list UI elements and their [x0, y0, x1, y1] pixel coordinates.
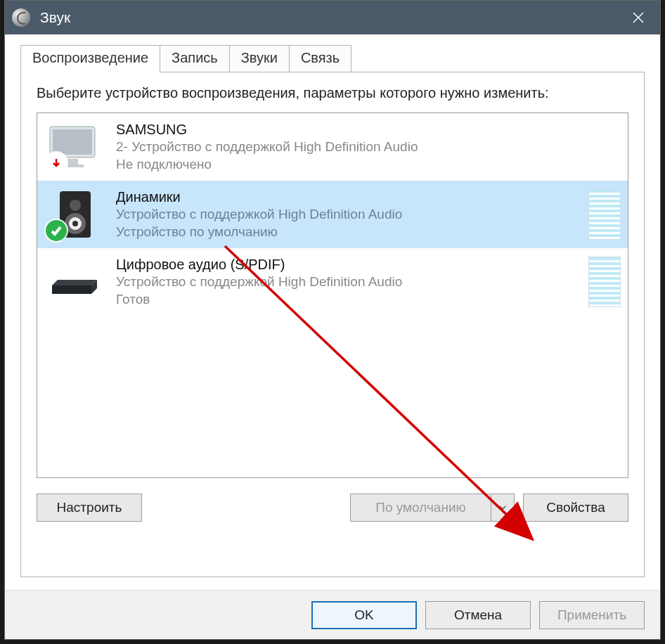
dialog-body: Воспроизведение Запись Звуки Связь Выбер… [5, 34, 660, 590]
device-status: Не подключено [116, 156, 579, 174]
close-icon [631, 11, 645, 25]
device-text: Динамики Устройство с поддержкой High De… [116, 188, 579, 240]
device-name: Динамики [116, 188, 579, 206]
device-status: Готов [116, 291, 579, 309]
sound-dialog-window: Звук Воспроизведение Запись Звуки Связь … [4, 0, 661, 640]
set-default-button[interactable]: По умолчанию [350, 494, 491, 522]
set-default-dropdown[interactable]: По умолчанию [350, 494, 515, 522]
default-overlay-icon [46, 220, 67, 241]
close-button[interactable] [616, 1, 660, 34]
tab-recording[interactable]: Запись [160, 45, 230, 72]
cancel-button[interactable]: Отмена [425, 601, 531, 629]
tab-playback[interactable]: Воспроизведение [20, 45, 160, 72]
monitor-icon [43, 119, 106, 175]
device-item-samsung[interactable]: SAMSUNG 2- Устройство с поддержкой High … [37, 113, 628, 181]
panel-button-row: Настроить По умолчанию Свойства [37, 494, 628, 522]
device-text: SAMSUNG 2- Устройство с поддержкой High … [116, 120, 579, 173]
device-text: Цифровое аудио (S/PDIF) Устройство с под… [116, 255, 579, 308]
tab-sounds[interactable]: Звуки [229, 45, 290, 72]
instruction-text: Выберите устройство воспроизведения, пар… [37, 84, 628, 103]
svg-rect-3 [53, 129, 92, 155]
svg-point-7 [70, 200, 81, 211]
svg-rect-12 [52, 285, 91, 294]
titlebar: Звук [5, 1, 660, 34]
tab-panel-playback: Выберите устройство воспроизведения, пар… [20, 72, 645, 577]
chevron-down-icon [498, 503, 507, 512]
device-description: Устройство с поддержкой High Definition … [116, 273, 579, 291]
device-status: Устройство по умолчанию [116, 224, 579, 241]
level-meter [588, 189, 621, 240]
disconnected-overlay-icon [46, 153, 67, 174]
device-name: SAMSUNG [116, 120, 579, 139]
sound-icon [12, 8, 30, 27]
device-item-speakers[interactable]: Динамики Устройство с поддержкой High De… [37, 181, 628, 248]
device-description: Устройство с поддержкой High Definition … [116, 206, 579, 224]
device-description: 2- Устройство с поддержкой High Definiti… [116, 139, 579, 156]
set-default-dropdown-arrow[interactable] [491, 494, 515, 522]
speaker-icon [43, 186, 106, 243]
apply-button[interactable]: Применить [539, 601, 645, 629]
level-meter [588, 257, 621, 307]
window-title: Звук [40, 9, 70, 26]
tabstrip: Воспроизведение Запись Звуки Связь [20, 45, 645, 72]
spdif-icon [43, 254, 106, 310]
svg-marker-11 [52, 280, 97, 285]
svg-point-10 [72, 221, 78, 226]
device-list: SAMSUNG 2- Устройство с поддержкой High … [37, 112, 628, 478]
ok-button[interactable]: OK [311, 601, 417, 629]
dialog-footer: OK Отмена Применить [5, 590, 660, 639]
properties-button[interactable]: Свойства [523, 494, 628, 522]
tab-communications[interactable]: Связь [289, 45, 351, 72]
device-item-spdif[interactable]: Цифровое аудио (S/PDIF) Устройство с под… [37, 248, 628, 316]
svg-rect-4 [67, 159, 78, 165]
configure-button[interactable]: Настроить [37, 494, 142, 522]
device-name: Цифровое аудио (S/PDIF) [116, 255, 579, 273]
